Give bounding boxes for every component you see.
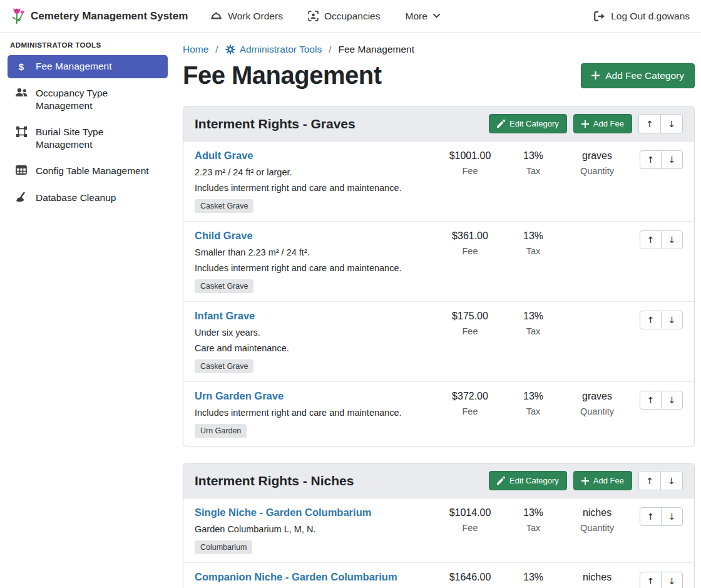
- admin-tools-sidebar: ADMINISTRATOR TOOLS $ Fee Management Occ…: [0, 33, 175, 588]
- main-content: Home / Administrator Tools / Fee Managem…: [175, 33, 701, 588]
- tax-column: 13% Tax: [504, 571, 562, 588]
- add-fee-label: Add Fee: [593, 476, 624, 485]
- move-category-up-button[interactable]: ↑: [638, 471, 661, 490]
- breadcrumb-current: Fee Management: [339, 44, 415, 55]
- arrow-down-icon: ↓: [668, 512, 676, 521]
- fee-name-link[interactable]: Child Grave: [195, 230, 253, 242]
- fee-row: Companion Niche - Garden Columbarium Gar…: [183, 562, 694, 588]
- nav-item-more[interactable]: More: [406, 11, 440, 22]
- logout-icon: [594, 11, 605, 21]
- fee-name-link[interactable]: Urn Garden Grave: [195, 390, 284, 402]
- category-header: Interment Rights - Niches Edit Category …: [183, 463, 694, 498]
- arrow-down-icon: ↓: [668, 120, 675, 128]
- fee-label: Fee: [436, 246, 504, 256]
- app-title: Cemetery Management System: [31, 10, 188, 23]
- fee-description-1: Under six years.: [195, 328, 431, 338]
- sidebar-item-burial-site-type-management[interactable]: Burial Site Type Management: [8, 121, 168, 156]
- move-fee-down-button[interactable]: ↓: [661, 391, 683, 410]
- tax-amount: 13%: [504, 572, 562, 583]
- fee-details: Adult Grave 2.23 m² / 24 ft² or larger. …: [195, 150, 436, 213]
- sidebar-item-config-table-management[interactable]: Config Table Management: [8, 160, 168, 183]
- edit-category-button[interactable]: Edit Category: [489, 471, 567, 490]
- sidebar-item-label: Fee Management: [36, 60, 112, 73]
- fee-amount: $361.00: [436, 230, 504, 242]
- move-category-down-button[interactable]: ↓: [660, 114, 683, 133]
- fee-name-link[interactable]: Adult Grave: [195, 150, 253, 162]
- nav-item-occupancies[interactable]: Occupancies: [308, 11, 381, 22]
- sidebar-item-label: Burial Site Type Management: [36, 126, 160, 151]
- sidebar-item-fee-management[interactable]: $ Fee Management: [8, 55, 168, 78]
- fee-description-2: Includes interment right and care and ma…: [195, 263, 431, 273]
- breadcrumb-home-link[interactable]: Home: [183, 44, 208, 55]
- breadcrumb-admin-tools-link[interactable]: Administrator Tools: [225, 44, 322, 55]
- nav-item-label: More: [406, 11, 427, 22]
- users-icon: [15, 88, 28, 100]
- add-fee-button[interactable]: Add Fee: [573, 471, 632, 490]
- move-fee-down-button[interactable]: ↓: [661, 507, 683, 526]
- arrow-down-icon: ↓: [668, 155, 676, 164]
- fee-row: Infant Grave Under six years. Care and m…: [183, 301, 694, 381]
- fee-row: Urn Garden Grave Includes interment righ…: [183, 381, 694, 446]
- sidebar-heading: ADMINISTRATOR TOOLS: [8, 41, 168, 49]
- tax-amount: 13%: [504, 150, 562, 162]
- add-fee-button[interactable]: Add Fee: [573, 114, 632, 133]
- fee-details: Companion Niche - Garden Columbarium Gar…: [195, 571, 436, 588]
- edit-category-label: Edit Category: [509, 476, 559, 485]
- move-fee-up-button[interactable]: ↑: [640, 391, 662, 410]
- move-category-up-button[interactable]: ↑: [638, 114, 661, 133]
- edit-category-button[interactable]: Edit Category: [489, 114, 567, 133]
- move-fee-down-button[interactable]: ↓: [661, 230, 683, 249]
- fee-category-card: Interment Rights - Niches Edit Category …: [183, 463, 695, 588]
- plus-icon: [591, 71, 600, 80]
- fee-category-card: Interment Rights - Graves Edit Category …: [183, 106, 695, 446]
- fee-label: Fee: [436, 523, 504, 533]
- fee-column: $372.00 Fee: [436, 390, 504, 416]
- add-fee-label: Add Fee: [593, 119, 624, 128]
- tax-column: 13% Tax: [504, 390, 562, 416]
- move-fee-down-button[interactable]: ↓: [661, 311, 683, 329]
- main-nav: Work Orders Occupancies More: [210, 11, 440, 22]
- category-header: Interment Rights - Graves Edit Category …: [183, 106, 694, 142]
- fee-column: $1646.00 Fee: [436, 571, 504, 588]
- fee-reorder-group: ↑ ↓: [640, 572, 683, 588]
- move-fee-down-button[interactable]: ↓: [661, 150, 683, 169]
- nav-item-work-orders[interactable]: Work Orders: [210, 11, 283, 22]
- nav-item-label: Occupancies: [324, 11, 381, 22]
- category-list: Interment Rights - Graves Edit Category …: [183, 106, 695, 588]
- plus-icon: [581, 477, 589, 485]
- fee-type-badge: Urn Garden: [195, 424, 247, 438]
- move-fee-up-button[interactable]: ↑: [640, 507, 662, 526]
- move-fee-up-button[interactable]: ↑: [640, 150, 662, 169]
- quantity-column: niches Quantity: [562, 507, 632, 533]
- tax-amount: 13%: [504, 311, 562, 322]
- fee-amount: $1001.00: [436, 150, 504, 162]
- pencil-icon: [497, 120, 505, 128]
- logout-button[interactable]: Log Out d.gowans: [594, 11, 690, 22]
- move-fee-up-button[interactable]: ↑: [640, 572, 662, 588]
- sidebar-item-label: Database Cleanup: [36, 192, 116, 204]
- tax-amount: 13%: [504, 391, 562, 402]
- fee-details: Infant Grave Under six years. Care and m…: [195, 310, 436, 373]
- fee-name-link[interactable]: Companion Niche - Garden Columbarium: [195, 571, 397, 583]
- tax-label: Tax: [504, 523, 562, 533]
- app-brand[interactable]: Cemetery Management System: [11, 8, 188, 24]
- category-title: Interment Rights - Graves: [195, 116, 356, 132]
- move-fee-up-button[interactable]: ↑: [640, 230, 662, 249]
- move-fee-down-button[interactable]: ↓: [661, 572, 683, 588]
- sidebar-item-database-cleanup[interactable]: Database Cleanup: [8, 187, 168, 210]
- arrow-up-icon: ↑: [647, 396, 655, 405]
- sidebar-item-occupancy-type-management[interactable]: Occupancy Type Management: [8, 82, 168, 117]
- quantity-column: niches Quantity: [562, 571, 632, 588]
- quantity-unit: graves: [562, 391, 632, 402]
- quantity-column: [562, 230, 632, 235]
- fee-type-badge: Casket Grave: [195, 199, 253, 213]
- add-fee-category-button[interactable]: Add Fee Category: [581, 63, 695, 88]
- broom-icon: [15, 192, 28, 205]
- fee-name-link[interactable]: Infant Grave: [195, 310, 255, 322]
- move-category-down-button[interactable]: ↓: [660, 471, 683, 490]
- category-title: Interment Rights - Niches: [195, 473, 354, 488]
- move-fee-up-button[interactable]: ↑: [640, 311, 662, 329]
- fee-reorder-group: ↑ ↓: [640, 150, 683, 169]
- page-title: Fee Management: [183, 61, 382, 90]
- fee-name-link[interactable]: Single Niche - Garden Columbarium: [195, 507, 371, 518]
